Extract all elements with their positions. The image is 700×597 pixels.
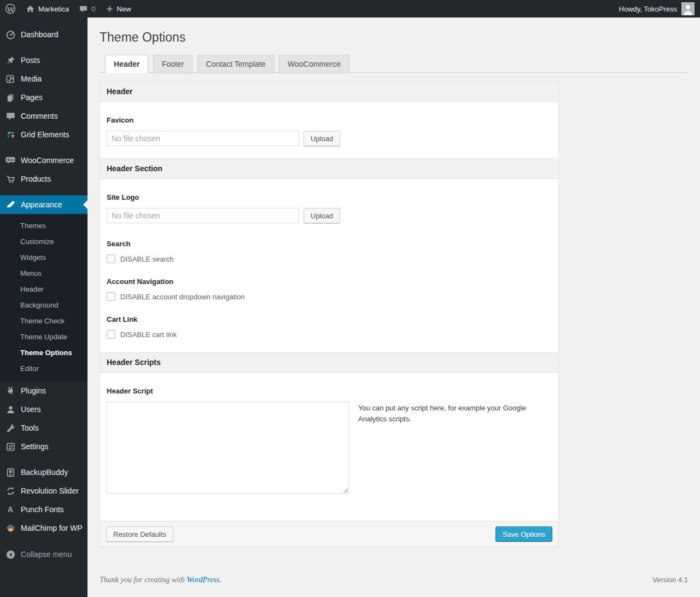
- sidebar-item-label: Settings: [21, 442, 49, 451]
- grid-elements-icon: [5, 129, 16, 140]
- sidebar-item-label: Pages: [21, 93, 43, 102]
- sidebar-item-label: Revolution Slider: [21, 486, 79, 495]
- site-logo-upload-button[interactable]: Upload: [304, 208, 340, 223]
- sidebar-item-label: Grid Elements: [21, 130, 69, 139]
- tab-header[interactable]: Header: [105, 55, 148, 73]
- disable-search-checkbox[interactable]: [107, 254, 115, 263]
- site-logo-label: Site Logo: [107, 193, 552, 201]
- sidebar-item-users[interactable]: Users: [0, 400, 88, 419]
- submenu-item-widgets[interactable]: Widgets: [0, 250, 88, 265]
- section-body-header-section: Site Logo Upload Search DISABLE search A…: [100, 179, 558, 352]
- sidebar-item-label: Plugins: [21, 386, 46, 395]
- sidebar-item-dashboard[interactable]: Dashboard: [0, 25, 88, 44]
- comment-bubble-icon: [79, 4, 88, 14]
- sidebar-item-products[interactable]: Products: [0, 170, 88, 188]
- wordpress-menu[interactable]: [0, 0, 21, 18]
- sidebar-item-label: Punch Fonts: [21, 505, 64, 514]
- header-script-label: Header Script: [107, 387, 552, 395]
- svg-text:Woo: Woo: [7, 158, 14, 161]
- menu-separator: [0, 18, 88, 25]
- sidebar-item-pages[interactable]: Pages: [0, 88, 88, 107]
- submenu-item-themes[interactable]: Themes: [0, 218, 88, 234]
- woocommerce-icon: Woo: [5, 155, 16, 166]
- collapse-menu-label: Collapse menu: [21, 550, 72, 559]
- tab-bar: Header Footer Contact Template WooCommer…: [100, 54, 688, 73]
- submenu-item-editor[interactable]: Editor: [0, 361, 88, 376]
- sidebar-item-media[interactable]: Media: [0, 69, 88, 88]
- restore-defaults-button[interactable]: Restore Defaults: [106, 526, 173, 542]
- sidebar-item-label: Products: [21, 175, 51, 183]
- submenu-item-theme-update[interactable]: Theme Update: [0, 329, 88, 345]
- version-text: Version 4.1: [652, 576, 688, 584]
- sidebar-item-settings[interactable]: Settings: [0, 437, 88, 456]
- submenu-item-background[interactable]: Background: [0, 297, 88, 313]
- media-icon: [5, 73, 16, 84]
- menu-separator: [0, 144, 88, 151]
- submenu-item-theme-check[interactable]: Theme Check: [0, 313, 88, 329]
- pages-icon: [5, 92, 16, 103]
- howdy-text: Howdy, TokoPress: [619, 5, 677, 13]
- sidebar-item-label: Dashboard: [21, 30, 59, 39]
- section-body-header: Favicon Upload: [100, 102, 558, 158]
- header-script-help-text: You can put any script here, for example…: [358, 402, 539, 425]
- site-logo-file-input[interactable]: [107, 208, 299, 223]
- collapse-menu-button[interactable]: Collapse menu: [0, 545, 88, 564]
- menu-separator: [0, 456, 88, 463]
- sidebar-item-mailchimp[interactable]: MailChimp for WP: [0, 519, 88, 537]
- favicon-file-input[interactable]: [107, 131, 299, 146]
- sidebar-item-posts[interactable]: Posts: [0, 51, 88, 69]
- cart-icon: [5, 173, 16, 184]
- sidebar-item-appearance[interactable]: Appearance: [0, 195, 88, 214]
- disable-cart-link-checkbox[interactable]: [107, 330, 115, 339]
- disable-account-nav-label[interactable]: DISABLE account dropdown navigation: [120, 293, 245, 301]
- site-name-label: Marketica: [38, 5, 69, 13]
- collapse-arrow-icon: [5, 549, 16, 560]
- submenu-item-menus[interactable]: Menus: [0, 265, 88, 281]
- wordpress-link[interactable]: WordPress.: [186, 576, 221, 584]
- sidebar-item-plugins[interactable]: Plugins: [0, 381, 88, 400]
- sidebar-item-tools[interactable]: Tools: [0, 419, 88, 437]
- favicon-upload-button[interactable]: Upload: [304, 131, 340, 146]
- home-icon: [26, 4, 35, 14]
- save-options-button[interactable]: Save Options: [495, 526, 552, 542]
- account-navigation-label: Account Navigation: [107, 277, 552, 286]
- backup-icon: [5, 467, 16, 478]
- sidebar-item-label: Posts: [21, 56, 40, 65]
- search-label: Search: [107, 240, 552, 248]
- sidebar-item-woocommerce[interactable]: Woo WooCommerce: [0, 151, 88, 170]
- section-body-header-scripts: Header Script You can put any script her…: [100, 373, 558, 521]
- sidebar-item-label: Users: [21, 405, 41, 414]
- favicon-label: Favicon: [107, 116, 552, 124]
- header-script-textarea[interactable]: [107, 402, 349, 494]
- letter-a-icon: A: [5, 504, 16, 515]
- site-name-link[interactable]: Marketica: [21, 0, 74, 18]
- wrench-icon: [5, 422, 16, 433]
- sidebar-item-revolution-slider[interactable]: Revolution Slider: [0, 482, 88, 500]
- tab-footer[interactable]: Footer: [153, 55, 192, 73]
- page-title: Theme Options: [100, 30, 688, 45]
- wordpress-logo-icon: [5, 3, 16, 14]
- sidebar-item-grid-elements[interactable]: Grid Elements: [0, 125, 88, 144]
- sidebar-item-label: WooCommerce: [21, 156, 74, 165]
- tab-woocommerce[interactable]: WooCommerce: [279, 55, 349, 73]
- submenu-item-theme-options[interactable]: Theme Options: [0, 345, 88, 361]
- section-header-header: Header: [100, 82, 558, 102]
- admin-bar: Marketica 0 New Howdy, TokoPress: [0, 0, 700, 18]
- submenu-item-customize[interactable]: Customize: [0, 234, 88, 250]
- new-content-button[interactable]: New: [101, 0, 136, 18]
- sidebar-item-punch-fonts[interactable]: A Punch Fonts: [0, 500, 88, 519]
- menu-separator: [0, 188, 88, 195]
- sidebar-item-comments[interactable]: Comments: [0, 107, 88, 125]
- disable-account-nav-checkbox[interactable]: [107, 292, 115, 301]
- cart-link-label: Cart Link: [107, 315, 552, 323]
- sidebar-item-backupbuddy[interactable]: BackupBuddy: [0, 463, 88, 482]
- new-label: New: [117, 5, 131, 13]
- settings-icon: [5, 441, 16, 452]
- account-menu[interactable]: Howdy, TokoPress: [619, 0, 700, 18]
- disable-search-label[interactable]: DISABLE search: [120, 255, 174, 263]
- submenu-item-header[interactable]: Header: [0, 281, 88, 297]
- disable-cart-link-label[interactable]: DISABLE cart link: [120, 331, 177, 339]
- comment-count: 0: [91, 5, 95, 13]
- comments-shortcut[interactable]: 0: [74, 0, 100, 18]
- tab-contact-template[interactable]: Contact Template: [197, 55, 275, 73]
